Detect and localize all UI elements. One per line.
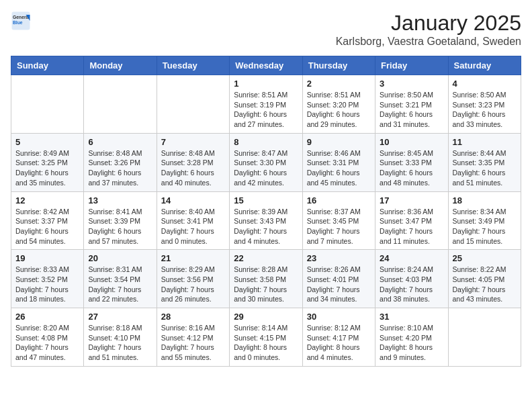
day-number: 9 (307, 137, 371, 147)
day-number: 13 (88, 195, 152, 205)
day-info: Sunrise: 8:28 AMSunset: 3:58 PMDaylight:… (234, 265, 298, 304)
calendar-cell-3-0: 19Sunrise: 8:33 AMSunset: 3:52 PMDayligh… (11, 250, 84, 308)
day-info: Sunrise: 8:48 AMSunset: 3:28 PMDaylight:… (161, 148, 225, 188)
day-info: Sunrise: 8:34 AMSunset: 3:49 PMDaylight:… (453, 207, 517, 246)
day-info: Sunrise: 8:50 AMSunset: 3:21 PMDaylight:… (380, 90, 443, 130)
day-number: 18 (453, 195, 517, 205)
day-number: 4 (453, 79, 517, 89)
day-number: 3 (380, 79, 443, 89)
calendar-cell-0-6: 4Sunrise: 8:50 AMSunset: 3:23 PMDaylight… (448, 75, 521, 134)
day-info: Sunrise: 8:47 AMSunset: 3:30 PMDaylight:… (234, 148, 298, 188)
title-block: January 2025 Karlsborg, Vaestra Goetalan… (336, 11, 521, 48)
day-info: Sunrise: 8:22 AMSunset: 4:05 PMDaylight:… (453, 265, 517, 304)
calendar-subtitle: Karlsborg, Vaestra Goetaland, Sweden (336, 36, 521, 48)
day-number: 17 (380, 195, 443, 205)
calendar-cell-3-2: 21Sunrise: 8:29 AMSunset: 3:56 PMDayligh… (157, 250, 229, 308)
week-row-1: 1Sunrise: 8:51 AMSunset: 3:19 PMDaylight… (11, 75, 521, 134)
logo: General Blue (11, 11, 31, 31)
day-number: 6 (88, 137, 152, 147)
day-number: 27 (88, 312, 152, 322)
calendar-cell-4-5: 31Sunrise: 8:10 AMSunset: 4:20 PMDayligh… (375, 308, 448, 367)
svg-text:Blue: Blue (13, 20, 23, 25)
day-number: 19 (15, 253, 79, 263)
calendar-table: Sunday Monday Tuesday Wednesday Thursday… (11, 56, 521, 367)
day-info: Sunrise: 8:49 AMSunset: 3:25 PMDaylight:… (15, 148, 79, 188)
day-info: Sunrise: 8:24 AMSunset: 4:03 PMDaylight:… (380, 265, 443, 304)
day-number: 2 (307, 79, 371, 89)
calendar-cell-1-2: 7Sunrise: 8:48 AMSunset: 3:28 PMDaylight… (157, 133, 229, 191)
calendar-cell-3-6: 25Sunrise: 8:22 AMSunset: 4:05 PMDayligh… (448, 250, 521, 308)
day-number: 26 (15, 312, 79, 322)
calendar-cell-1-0: 5Sunrise: 8:49 AMSunset: 3:25 PMDaylight… (11, 133, 84, 191)
calendar-cell-1-4: 9Sunrise: 8:46 AMSunset: 3:31 PMDaylight… (302, 133, 375, 191)
day-number: 28 (161, 312, 225, 322)
calendar-cell-3-4: 23Sunrise: 8:26 AMSunset: 4:01 PMDayligh… (302, 250, 375, 308)
calendar-cell-1-3: 8Sunrise: 8:47 AMSunset: 3:30 PMDaylight… (230, 133, 302, 191)
day-info: Sunrise: 8:36 AMSunset: 3:47 PMDaylight:… (380, 207, 443, 246)
day-number: 16 (307, 195, 371, 205)
day-number: 25 (453, 253, 517, 263)
calendar-cell-2-3: 15Sunrise: 8:39 AMSunset: 3:43 PMDayligh… (230, 191, 302, 250)
week-row-5: 26Sunrise: 8:20 AMSunset: 4:08 PMDayligh… (11, 308, 521, 367)
calendar-cell-0-5: 3Sunrise: 8:50 AMSunset: 3:21 PMDaylight… (375, 75, 448, 134)
calendar-cell-0-4: 2Sunrise: 8:51 AMSunset: 3:20 PMDaylight… (302, 75, 375, 134)
day-info: Sunrise: 8:50 AMSunset: 3:23 PMDaylight:… (453, 90, 517, 130)
day-number: 15 (234, 195, 298, 205)
day-info: Sunrise: 8:42 AMSunset: 3:37 PMDaylight:… (15, 207, 79, 246)
day-number: 20 (88, 253, 152, 263)
day-info: Sunrise: 8:37 AMSunset: 3:45 PMDaylight:… (307, 207, 371, 246)
header-sunday: Sunday (11, 56, 84, 75)
day-number: 22 (234, 253, 298, 263)
day-info: Sunrise: 8:48 AMSunset: 3:26 PMDaylight:… (88, 148, 152, 188)
day-number: 14 (161, 195, 225, 205)
day-info: Sunrise: 8:16 AMSunset: 4:12 PMDaylight:… (161, 323, 225, 363)
day-info: Sunrise: 8:51 AMSunset: 3:19 PMDaylight:… (234, 90, 298, 130)
header-friday: Friday (375, 56, 448, 75)
day-number: 5 (15, 137, 79, 147)
calendar-cell-4-3: 29Sunrise: 8:14 AMSunset: 4:15 PMDayligh… (230, 308, 302, 367)
day-info: Sunrise: 8:10 AMSunset: 4:20 PMDaylight:… (380, 323, 443, 363)
day-number: 12 (15, 195, 79, 205)
day-number: 11 (453, 137, 517, 147)
calendar-cell-4-6 (448, 308, 521, 367)
day-info: Sunrise: 8:29 AMSunset: 3:56 PMDaylight:… (161, 265, 225, 304)
calendar-cell-2-6: 18Sunrise: 8:34 AMSunset: 3:49 PMDayligh… (448, 191, 521, 250)
calendar-cell-0-2 (157, 75, 229, 134)
day-info: Sunrise: 8:39 AMSunset: 3:43 PMDaylight:… (234, 207, 298, 246)
calendar-cell-0-1 (84, 75, 157, 134)
calendar-title: January 2025 (336, 11, 521, 36)
calendar-cell-2-5: 17Sunrise: 8:36 AMSunset: 3:47 PMDayligh… (375, 191, 448, 250)
day-number: 8 (234, 137, 298, 147)
calendar-cell-2-1: 13Sunrise: 8:41 AMSunset: 3:39 PMDayligh… (84, 191, 157, 250)
week-row-2: 5Sunrise: 8:49 AMSunset: 3:25 PMDaylight… (11, 133, 521, 191)
day-info: Sunrise: 8:20 AMSunset: 4:08 PMDaylight:… (15, 323, 79, 363)
day-number: 23 (307, 253, 371, 263)
header-monday: Monday (84, 56, 157, 75)
header-tuesday: Tuesday (157, 56, 229, 75)
calendar-cell-3-5: 24Sunrise: 8:24 AMSunset: 4:03 PMDayligh… (375, 250, 448, 308)
header-saturday: Saturday (448, 56, 521, 75)
day-info: Sunrise: 8:14 AMSunset: 4:15 PMDaylight:… (234, 323, 298, 363)
day-number: 10 (380, 137, 443, 147)
logo-icon: General Blue (11, 11, 31, 31)
calendar-cell-4-2: 28Sunrise: 8:16 AMSunset: 4:12 PMDayligh… (157, 308, 229, 367)
day-info: Sunrise: 8:31 AMSunset: 3:54 PMDaylight:… (88, 265, 152, 304)
day-number: 30 (307, 312, 371, 322)
calendar-cell-4-1: 27Sunrise: 8:18 AMSunset: 4:10 PMDayligh… (84, 308, 157, 367)
day-info: Sunrise: 8:44 AMSunset: 3:35 PMDaylight:… (453, 148, 517, 188)
day-info: Sunrise: 8:26 AMSunset: 4:01 PMDaylight:… (307, 265, 371, 304)
header-thursday: Thursday (302, 56, 375, 75)
calendar-cell-0-3: 1Sunrise: 8:51 AMSunset: 3:19 PMDaylight… (230, 75, 302, 134)
calendar-cell-1-5: 10Sunrise: 8:45 AMSunset: 3:33 PMDayligh… (375, 133, 448, 191)
day-info: Sunrise: 8:41 AMSunset: 3:39 PMDaylight:… (88, 207, 152, 246)
day-info: Sunrise: 8:12 AMSunset: 4:17 PMDaylight:… (307, 323, 371, 363)
calendar-cell-1-1: 6Sunrise: 8:48 AMSunset: 3:26 PMDaylight… (84, 133, 157, 191)
calendar-cell-2-0: 12Sunrise: 8:42 AMSunset: 3:37 PMDayligh… (11, 191, 84, 250)
calendar-cell-0-0 (11, 75, 84, 134)
page-header: General Blue January 2025 Karlsborg, Vae… (11, 11, 521, 48)
day-info: Sunrise: 8:40 AMSunset: 3:41 PMDaylight:… (161, 207, 225, 246)
day-info: Sunrise: 8:45 AMSunset: 3:33 PMDaylight:… (380, 148, 443, 188)
calendar-cell-3-3: 22Sunrise: 8:28 AMSunset: 3:58 PMDayligh… (230, 250, 302, 308)
day-number: 31 (380, 312, 443, 322)
week-row-3: 12Sunrise: 8:42 AMSunset: 3:37 PMDayligh… (11, 191, 521, 250)
